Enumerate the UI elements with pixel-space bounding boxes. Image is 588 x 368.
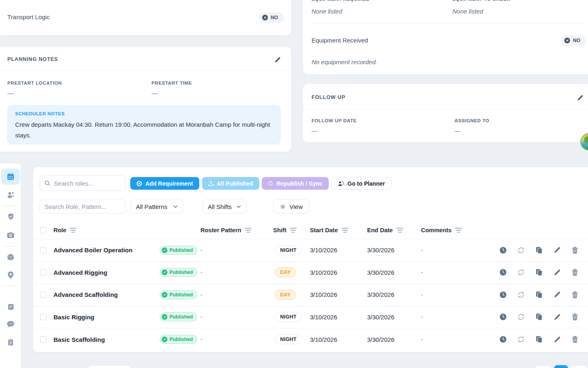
sidebar-item-chat[interactable] — [0, 317, 21, 332]
row-checkbox[interactable] — [40, 269, 47, 276]
edit-row-button[interactable] — [553, 336, 561, 343]
equipment-to-order-value: None listed — [452, 8, 483, 15]
edit-planning-notes-button[interactable] — [272, 55, 282, 65]
scheduler-notes-box: SCHEDULER NOTES Crew departs Mackay 04:3… — [7, 105, 281, 144]
edit-follow-up-button[interactable] — [575, 93, 585, 103]
transport-no-badge: ✕ NO — [259, 12, 284, 23]
sync-row-button[interactable] — [517, 247, 525, 254]
edit-row-button[interactable] — [553, 247, 561, 254]
filter-icon[interactable] — [396, 227, 403, 234]
roster-pattern-cell: - — [200, 314, 273, 320]
check-icon: ✓ — [162, 247, 167, 253]
delete-row-button[interactable] — [571, 291, 579, 298]
sidebar-item-location[interactable] — [0, 268, 21, 283]
row-checkbox[interactable] — [40, 247, 47, 254]
sidebar-item-cube[interactable] — [0, 250, 21, 265]
sync-row-button[interactable] — [517, 269, 525, 276]
equipment-received-label: Equipment Received — [312, 37, 368, 44]
history-clock-button[interactable] — [499, 247, 507, 254]
sync-row-button[interactable] — [517, 313, 525, 321]
delete-row-button[interactable] — [571, 269, 579, 276]
page-size-button[interactable] — [88, 365, 131, 368]
x-circle-icon: ✕ — [262, 15, 268, 20]
copy-button[interactable] — [535, 291, 543, 298]
comments-cell: - — [421, 269, 482, 276]
pagination-prev-button[interactable] — [535, 365, 552, 368]
filter-search-field[interactable] — [39, 200, 126, 213]
sidebar-item-shield[interactable] — [0, 209, 21, 224]
sidebar-item-camera[interactable] — [0, 228, 21, 242]
sync-row-button[interactable] — [517, 336, 525, 343]
delete-row-button[interactable] — [571, 313, 579, 321]
column-comments: Comments — [421, 227, 452, 233]
equipment-received-empty: No equipment recorded. — [312, 58, 377, 65]
divider — [3, 285, 18, 286]
assigned-to-value: — — [454, 127, 461, 134]
select-all-checkbox[interactable] — [40, 227, 47, 233]
copy-button[interactable] — [535, 247, 543, 254]
edit-row-button[interactable] — [553, 269, 561, 276]
check-icon: ✓ — [162, 314, 167, 320]
end-date-cell: 3/30/2026 — [367, 269, 421, 276]
history-clock-button[interactable] — [499, 336, 507, 343]
divider — [3, 246, 18, 247]
copy-button[interactable] — [535, 336, 543, 343]
all-shifts-select[interactable]: All Shifts — [202, 200, 247, 213]
row-checkbox[interactable] — [40, 336, 47, 343]
published-badge: ✓Published — [160, 268, 197, 277]
clipboard-list-icon — [7, 338, 14, 346]
pagination-next-button[interactable] — [570, 365, 587, 368]
comments-cell: - — [421, 336, 482, 343]
table-row: Basic Rigging ✓Published - NIGHT 3/10/20… — [33, 306, 588, 329]
sidebar-item-notes[interactable] — [0, 299, 21, 314]
start-date-cell: 3/10/2026 — [310, 269, 367, 276]
end-date-cell: 3/30/2026 — [367, 314, 421, 321]
people-icon — [7, 191, 15, 199]
delete-row-button[interactable] — [571, 336, 579, 343]
prestart-time-value: — — [151, 90, 158, 96]
x-circle-icon: ✕ — [564, 38, 570, 43]
roster-pattern-cell: - — [200, 292, 273, 298]
pagination-page-1-button[interactable] — [554, 365, 568, 368]
filter-icon[interactable] — [245, 227, 252, 234]
filter-search-input[interactable] — [45, 203, 121, 210]
role-name: Advanced Boiler Operation — [53, 247, 160, 254]
filter-icon[interactable] — [341, 227, 349, 234]
view-button[interactable]: View — [273, 200, 309, 213]
row-checkbox[interactable] — [40, 292, 47, 298]
pencil-icon — [577, 95, 583, 101]
sidebar-item-calendar[interactable] — [1, 168, 20, 185]
follow-up-card: FOLLOW UP FOLLOW UP DATE — ASSIGNED TO — — [303, 84, 588, 142]
add-requirement-button[interactable]: Add Requirement — [130, 177, 199, 190]
filter-icon[interactable] — [455, 227, 462, 234]
history-clock-button[interactable] — [499, 313, 507, 321]
copy-button[interactable] — [535, 313, 543, 321]
sidebar-item-clipboard[interactable] — [0, 335, 21, 350]
history-clock-button[interactable] — [499, 291, 507, 298]
sidebar-item-people[interactable] — [0, 188, 21, 202]
search-roles-field[interactable] — [39, 175, 126, 191]
calendar-icon — [7, 173, 15, 181]
filter-icon[interactable] — [69, 227, 77, 234]
all-patterns-select[interactable]: All Patterns — [130, 200, 183, 213]
pencil-icon — [274, 57, 281, 63]
row-checkbox[interactable] — [40, 314, 47, 320]
note-card-icon — [7, 303, 15, 311]
filter-icon[interactable] — [290, 227, 297, 234]
edit-row-button[interactable] — [553, 313, 561, 321]
all-published-button[interactable]: All Published — [202, 177, 259, 190]
delete-row-button[interactable] — [571, 247, 579, 254]
chevron-down-icon — [173, 205, 178, 208]
copy-button[interactable] — [535, 269, 543, 276]
edit-row-button[interactable] — [553, 291, 561, 298]
table-row: Advanced Scaffolding ✓Published - DAY 3/… — [33, 284, 588, 306]
go-to-planner-button[interactable]: Go to Planner — [331, 177, 392, 190]
republish-sync-button[interactable]: Republish / Sync — [262, 177, 329, 190]
plus-circle-icon — [136, 181, 142, 186]
history-clock-button[interactable] — [499, 269, 507, 276]
transport-card: Transport Logic ✕ NO — [0, 0, 291, 35]
sync-row-button[interactable] — [517, 291, 525, 298]
comments-cell: - — [421, 247, 482, 254]
equipment-required-label: EQUIPMENT REQUIRED — [312, 0, 370, 2]
search-roles-input[interactable] — [54, 180, 121, 187]
